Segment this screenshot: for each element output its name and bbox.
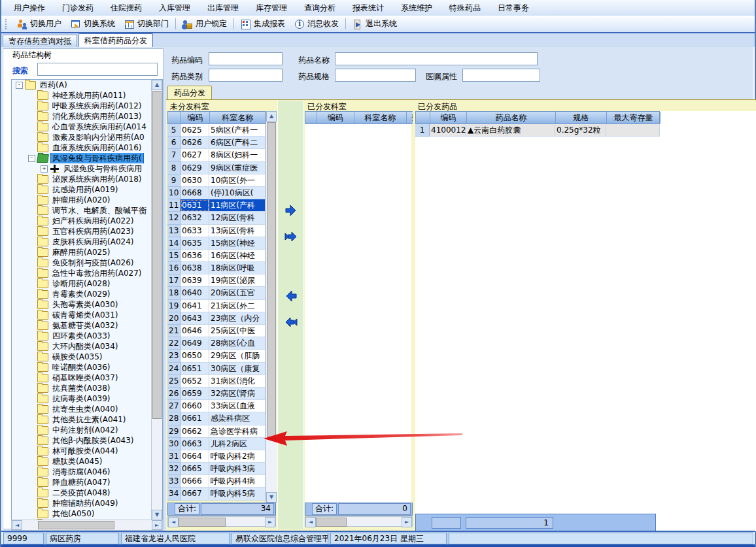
table-vertical-scrollbar[interactable]: ▲ ▼ (266, 111, 277, 503)
tree-vertical-scrollbar[interactable]: ▲ ▼ (151, 80, 162, 520)
search-input[interactable] (37, 63, 158, 76)
order-attr-input[interactable] (462, 69, 540, 82)
tree-item[interactable]: 抗真菌类(A038) (12, 383, 152, 393)
tree-expander-icon[interactable]: + (41, 165, 48, 173)
toolbar-button[interactable]: 切换部门 (120, 17, 173, 31)
tree-item[interactable]: 磺胺类(A035) (12, 352, 152, 362)
col-dept-name[interactable]: 科室名称 (210, 112, 266, 124)
scroll-down-icon[interactable]: ▼ (152, 510, 162, 520)
table-row[interactable]: 25 0652 31病区(消化 (167, 375, 266, 388)
tree-item[interactable]: 林可酰胺类(A044) (12, 446, 152, 456)
tree-item[interactable]: 硝基咪唑类(A037) (12, 373, 152, 383)
menu-item[interactable]: 出库管理 (199, 1, 247, 15)
table-row[interactable]: 13 0633 13病区(骨科 (167, 225, 266, 237)
tree-item[interactable]: 呼吸系统疾病用药(A012) (12, 101, 152, 111)
toolbar-button[interactable]: 退出系统 (348, 17, 402, 31)
tree-item[interactable]: 其他β-内酰胺类(A043) (12, 435, 152, 446)
scroll-left-icon[interactable]: ◄ (168, 517, 179, 527)
table-row[interactable]: 12 0632 12病区(骨科 (167, 212, 266, 224)
scrollbar-thumb[interactable] (38, 521, 114, 529)
col-drug-spec[interactable]: 规格 (556, 112, 607, 124)
table-horizontal-scrollbar[interactable]: ◄ ► (167, 516, 276, 527)
menu-item[interactable]: 库存管理 (247, 1, 296, 15)
scroll-down-icon[interactable]: ▼ (266, 492, 277, 503)
tree-item[interactable]: 诊断用药(A028) (12, 278, 152, 289)
table-row[interactable]: 6 0626 6病区(产科二 (167, 137, 266, 149)
tree-item[interactable]: 皮肤科疾病用药(A024) (12, 237, 152, 247)
col-dept-code[interactable]: 编码 (317, 112, 354, 124)
tree-item[interactable]: - 风湿免疫与骨科疾病用药( (12, 153, 152, 163)
tree-item[interactable]: 消化系统疾病用药(A013) (12, 111, 152, 122)
tree-expander-icon[interactable]: - (16, 82, 23, 89)
table-row[interactable]: 10 0668 (停)10病区( (167, 187, 266, 199)
scrollbar-thumb[interactable] (152, 91, 162, 419)
tree-item[interactable]: 氨基糖苷类(A032) (12, 320, 152, 331)
tree-item[interactable]: 四环素类(A033) (12, 331, 152, 341)
menu-item[interactable]: 查询分析 (296, 1, 344, 15)
drug-name-input[interactable] (335, 52, 538, 65)
tree-item[interactable]: 大环内酯类(A034) (12, 341, 152, 352)
table-row[interactable]: 23 0650 29病区（肛肠 (167, 350, 266, 362)
menu-item[interactable]: 特殊药品 (441, 1, 489, 15)
tree-item[interactable]: 降血糖药(A047) (12, 477, 152, 488)
scrollbar-thumb[interactable] (267, 122, 276, 437)
move-all-right-button[interactable] (284, 230, 298, 243)
tree-item[interactable]: 中药注射剂(A042) (12, 425, 152, 435)
tree-item[interactable]: 五官科疾病用药(A023) (12, 226, 152, 237)
tree-item[interactable]: 激素及影响内分泌用药(A0 (12, 132, 152, 142)
table-row[interactable]: 1 4100012 ▲云南白药胶囊 0.25g*32粒 (415, 124, 660, 137)
col-drug-code[interactable]: 编码 (430, 112, 467, 124)
col-drug-name[interactable]: 药品名称 (467, 112, 556, 124)
menu-item[interactable]: 住院摆药 (102, 1, 150, 15)
tree-item[interactable]: 青霉素类(A029) (12, 289, 152, 299)
toolbar-button[interactable]: 消息收发 (290, 17, 343, 31)
move-all-left-button[interactable] (284, 316, 298, 329)
tree-item[interactable]: 妇产科疾病用药(A022) (12, 216, 152, 226)
toolbar-button[interactable]: 切换系统 (66, 17, 120, 31)
drug-class-input[interactable] (209, 69, 283, 82)
table-row[interactable]: 32 0665 呼吸内科3病 (167, 463, 266, 475)
move-right-button[interactable] (284, 204, 298, 217)
table-row[interactable]: 34 0667 呼吸内科5病 (167, 488, 266, 500)
tree-item[interactable]: 抗病毒类(A039) (12, 393, 152, 404)
tab-drug-distribution[interactable]: 药品分发 (167, 86, 212, 100)
table-row[interactable]: 33 0666 呼吸内科4病 (167, 475, 266, 488)
tree-expander-icon[interactable]: - (28, 155, 35, 162)
table-row[interactable]: 16 0638 18病区(呼吸 (167, 262, 266, 274)
tree-item[interactable]: 肿瘤用药(A020) (12, 195, 152, 205)
table-row[interactable]: 24 0651 30病区（康复 (167, 363, 266, 375)
table-row[interactable]: 21 0646 25病区(中医 (167, 325, 266, 337)
drug-spec-input[interactable] (335, 69, 416, 82)
scrollbar-thumb[interactable] (179, 518, 226, 527)
menu-item[interactable]: 用户操作 (5, 1, 54, 15)
tree-item[interactable]: 其他(A050) (12, 508, 152, 519)
tree-item[interactable]: + 风湿免疫与骨科疾病用 (12, 163, 152, 174)
tree-item[interactable]: 喹诺酮类(A036) (12, 362, 152, 373)
table-row[interactable]: 15 0636 16病区(神经 (167, 250, 266, 262)
scroll-up-icon[interactable]: ▲ (266, 111, 277, 122)
toolbar-button[interactable]: 用户锁定 (178, 17, 232, 31)
drug-code-input[interactable] (209, 52, 283, 65)
table-row[interactable]: 5 0625 5病区(产科一 (167, 124, 266, 137)
main-tab[interactable]: 寄存借药查询对抵 (3, 35, 77, 47)
scroll-left-icon[interactable]: ◄ (305, 517, 316, 527)
col-max-deposit[interactable]: 最大寄存量 (607, 112, 661, 124)
table-row[interactable]: 8 0629 9病区(重症医 (167, 162, 266, 174)
menu-item[interactable]: 日常事务 (489, 1, 538, 15)
table-row[interactable]: 28 0661 感染科病区 (167, 412, 266, 425)
table-horizontal-scrollbar[interactable]: ◄ ► (305, 516, 413, 527)
scroll-right-icon[interactable]: ► (265, 517, 275, 527)
table-row[interactable]: 7 0627 8病区(妇科一 (167, 149, 266, 161)
table-row[interactable]: 14 0635 15病区(神经 (167, 237, 266, 250)
table-row[interactable]: 30 0663 儿科2病区 (167, 438, 266, 450)
menu-item[interactable]: 入库管理 (150, 1, 199, 15)
tree-item[interactable]: 糖肽类(A045) (12, 456, 152, 467)
scroll-right-icon[interactable]: ► (402, 517, 412, 527)
table-row[interactable]: 22 0649 28病区(心血 (167, 337, 266, 350)
tree-item[interactable]: 其他类抗生素(A041) (12, 414, 152, 425)
tree-horizontal-scrollbar[interactable]: ◄ ► (11, 520, 163, 531)
table-row[interactable]: 26 0659 32病区(肾病 (167, 388, 266, 400)
scroll-up-icon[interactable]: ▲ (152, 80, 162, 90)
table-row[interactable]: 31 0664 呼吸内科2病 (167, 450, 266, 463)
tree-item[interactable]: 碳青霉烯类(A031) (12, 310, 152, 320)
